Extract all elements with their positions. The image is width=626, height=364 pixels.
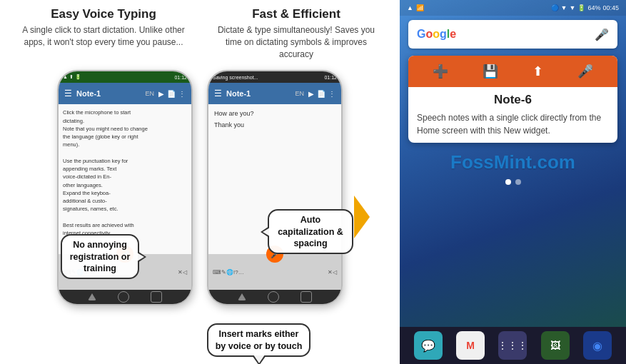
arrow-right — [354, 196, 370, 238]
home-btn[interactable] — [118, 291, 129, 303]
left-section: Easy Voice Typing A single click to star… — [0, 0, 400, 364]
battery-pct: 64% — [587, 4, 600, 11]
wifi-icon: ▼ — [561, 4, 567, 11]
phone1-statusbar: ▲ ⬆ 🔋 01:12 — [59, 71, 191, 83]
recents-btn[interactable] — [151, 291, 162, 303]
nav-apps-icon[interactable]: ⋮⋮⋮ — [498, 331, 527, 360]
phone1-lang: EN — [145, 90, 154, 97]
bluetooth-icon: 🔵 — [551, 4, 559, 11]
android-nav-bar: 💬 M ⋮⋮⋮ 🖼 ◉ — [400, 327, 626, 364]
widget-save-icon[interactable]: 💾 — [483, 64, 498, 79]
search-mic-icon[interactable]: 🎤 — [595, 28, 609, 41]
phone2-mockup: Saving screenshot... 01:12 ☰ Note-1 EN ▶… — [207, 70, 343, 305]
phone2-lang: EN — [295, 90, 304, 97]
phone2: Saving screenshot... 01:12 ☰ Note-1 EN ▶… — [207, 70, 343, 364]
phone1-header-icons: ▶📄⋮ — [158, 90, 186, 98]
back-btn[interactable] — [88, 293, 96, 300]
dot-2 — [515, 179, 521, 185]
google-search-bar[interactable]: Google 🎤 — [408, 20, 617, 49]
bubble-no-registration-text: No annoying registration or training — [70, 240, 131, 273]
bubble-no-registration: No annoying registration or training — [61, 234, 139, 279]
fossmint-branding: FossMint.com — [408, 151, 617, 173]
phone1-time: 01:12 — [174, 75, 187, 80]
google-logo: Google — [417, 28, 456, 41]
widget-note-text: Speech notes with a single click directl… — [417, 111, 609, 137]
phone2-header: ☰ Note-1 EN ▶📄⋮ — [208, 83, 341, 104]
nav-camera-icon[interactable]: ◉ — [583, 331, 612, 360]
triangle-icon: ▲ — [407, 4, 413, 11]
dots-indicator — [400, 179, 626, 185]
phone2-back-btn[interactable] — [238, 293, 246, 300]
bubble-auto-cap: Auto capitalization & spacing — [268, 209, 353, 254]
note-line-2: Thank you — [214, 121, 335, 128]
widget-content: Note-6 Speech notes with a single click … — [408, 87, 617, 143]
phone1-header: ☰ Note-1 EN ▶📄⋮ — [59, 83, 191, 104]
phone2-header-title: Note-1 — [226, 89, 291, 98]
phone1-bottom — [59, 290, 191, 304]
phone1: ▲ ⬆ 🔋 01:12 ☰ Note-1 EN ▶📄⋮ Click the mi… — [57, 70, 193, 364]
phone1-title: Easy Voice Typing — [18, 7, 189, 21]
phone1-content: Click the microphone to startdictating. … — [59, 104, 191, 254]
widget-add-icon[interactable]: ➕ — [433, 64, 448, 79]
nav-messages-icon[interactable]: 💬 — [414, 331, 443, 360]
battery-icon: 🔋 — [577, 4, 585, 11]
bubble-insert-marks: Insert marks either by voice or by touch — [207, 323, 311, 357]
phone2-statusbar: Saving screenshot... 01:12 — [208, 71, 341, 83]
phone1-header-title: Note-1 — [76, 89, 141, 98]
android-statusbar: ▲ 📶 🔵 ▼ ▼ 🔋 64% 00:45 — [400, 0, 626, 16]
note-line-1: How are you? — [214, 110, 335, 117]
bubble-insert-text: Insert marks either by voice or by touch — [216, 329, 303, 350]
status-left-icons: ▲ 📶 — [407, 4, 424, 11]
time-display: 00:45 — [602, 4, 619, 11]
speech-notes-widget: ➕ 💾 ⬆ 🎤 Note-6 Speech notes with a singl… — [408, 56, 617, 143]
phone2-subtitle: Dictate & type simultaneously! Saves you… — [211, 24, 382, 60]
phone1-subtitle: A single click to start dictation. Unlik… — [18, 24, 189, 49]
phone2-title: Fast & Efficient — [211, 7, 382, 21]
search-input-area[interactable] — [462, 20, 589, 49]
right-section: ▲ 📶 🔵 ▼ ▼ 🔋 64% 00:45 Google 🎤 ➕ 💾 ⬆ 🎤 N… — [400, 0, 626, 364]
phone2-saving: Saving screenshot... — [213, 75, 258, 80]
status-right-area: 🔵 ▼ ▼ 🔋 64% 00:45 — [551, 4, 619, 11]
nav-gmail-icon[interactable]: M — [456, 331, 485, 360]
phone2-home-btn[interactable] — [268, 291, 279, 303]
phone2-bottom — [208, 290, 341, 304]
phone1-text: Click the microphone to startdictating. … — [63, 108, 187, 237]
phone2-recents-btn[interactable] — [301, 291, 312, 303]
widget-note-title: Note-6 — [417, 93, 609, 107]
widget-toolbar: ➕ 💾 ⬆ 🎤 — [408, 56, 617, 87]
signal-icon: ▼ — [570, 4, 576, 11]
widget-share-icon[interactable]: ⬆ — [532, 64, 543, 79]
phone2-header-icons: ▶📄⋮ — [308, 90, 335, 98]
dot-1 — [505, 179, 511, 185]
phone-icon: 📶 — [416, 4, 424, 11]
widget-mic-icon[interactable]: 🎤 — [577, 64, 593, 79]
nav-gallery-icon[interactable]: 🖼 — [541, 331, 570, 360]
bubble-auto-cap-text: Auto capitalization & spacing — [278, 215, 343, 248]
